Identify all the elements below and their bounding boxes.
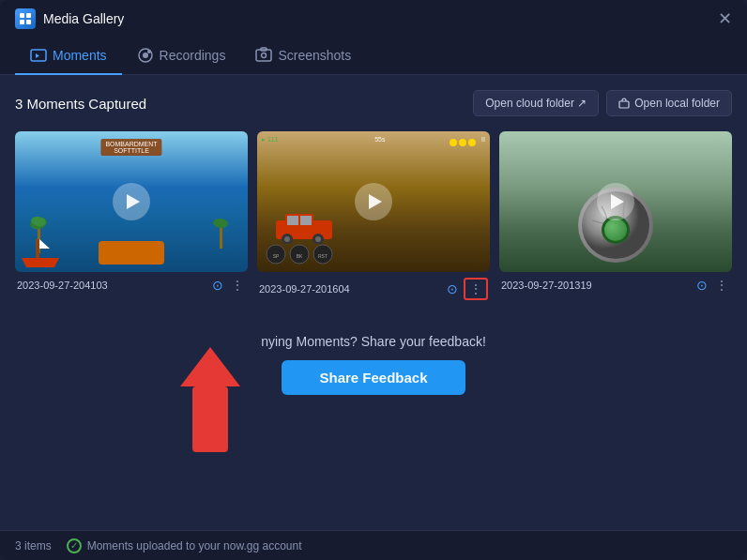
svg-rect-15: [220, 225, 222, 249]
thumb-date-2: 2023-09-27-201604: [259, 283, 350, 295]
content-header: 3 Moments Captured Open cloud folder ↗ O…: [15, 90, 732, 116]
status-upload: ✓ Moments uploaded to your now.gg accoun…: [67, 538, 302, 553]
cloud-icon-3[interactable]: ⊙: [696, 278, 708, 293]
feedback-text: nying Moments? Share your feedback!: [261, 334, 486, 349]
thumbnail-item-1: BOMBARDMENTSOFTTITLE: [15, 131, 248, 306]
svg-point-5: [143, 53, 148, 58]
coins: [450, 139, 476, 146]
thumb-info-1: 2023-09-27-204103 ⊙ ⋮: [15, 272, 248, 298]
svg-rect-11: [619, 101, 629, 108]
app-icon: [15, 8, 36, 29]
svg-text:BK: BK: [297, 253, 303, 259]
more-options-2[interactable]: ⋮: [464, 278, 488, 300]
thumb-actions-2: ⊙ ⋮: [447, 278, 488, 300]
feedback-section: nying Moments? Share your feedback! Shar…: [15, 334, 732, 395]
game-title-board: BOMBARDMENTSOFTTITLE: [100, 139, 161, 156]
tab-screenshots[interactable]: Screenshots: [240, 38, 366, 75]
cloud-icon-1[interactable]: ⊙: [212, 278, 223, 293]
open-cloud-button[interactable]: Open cloud folder ↗: [473, 90, 599, 116]
share-feedback-button[interactable]: Share Feedback: [282, 360, 465, 395]
cloud-icon-2[interactable]: ⊙: [447, 281, 458, 296]
more-options-3[interactable]: ⋮: [713, 278, 730, 293]
thumbnail-item-2: ▸ 111 55s II: [257, 131, 490, 306]
svg-rect-20: [287, 216, 298, 225]
close-button[interactable]: ✕: [718, 10, 732, 27]
title-left: Media Gallery: [15, 8, 124, 29]
content-area: 3 Moments Captured Open cloud folder ↗ O…: [0, 75, 747, 530]
svg-rect-0: [20, 13, 24, 18]
svg-point-9: [262, 53, 267, 58]
tabs-bar: Moments Recordings Screenshots: [0, 38, 747, 75]
thumb-info-2: 2023-09-27-201604 ⊙ ⋮: [257, 272, 490, 306]
window-title: Media Gallery: [43, 11, 124, 26]
svg-point-16: [213, 218, 229, 228]
svg-rect-3: [26, 20, 31, 24]
thumbnail-item-3: 2023-09-27-201319 ⊙ ⋮: [499, 131, 732, 306]
play-button-2[interactable]: [355, 183, 392, 220]
items-count-label: 3 Moments Captured: [15, 96, 146, 112]
play-button-3[interactable]: [597, 183, 634, 220]
thumb-info-3: 2023-09-27-201319 ⊙ ⋮: [499, 272, 732, 298]
check-icon: ✓: [67, 538, 82, 553]
status-items-count: 3 items: [15, 539, 52, 552]
thumbnail-1[interactable]: BOMBARDMENTSOFTTITLE: [15, 131, 248, 272]
open-local-button[interactable]: Open local folder: [606, 90, 732, 116]
title-bar: Media Gallery ✕: [0, 0, 747, 38]
upload-status-text: Moments uploaded to your now.gg account: [87, 539, 302, 552]
svg-text:RST: RST: [318, 253, 328, 259]
tab-recordings[interactable]: Recordings: [122, 38, 241, 75]
tab-moments[interactable]: Moments: [15, 38, 122, 75]
play-button-1[interactable]: [113, 183, 150, 220]
thumbnail-2[interactable]: ▸ 111 55s II: [257, 131, 490, 272]
thumb-date-3: 2023-09-27-201319: [501, 280, 592, 291]
thumbnail-3[interactable]: [499, 131, 732, 272]
svg-rect-1: [26, 13, 31, 18]
svg-text:SP: SP: [273, 253, 280, 259]
thumb-date-1: 2023-09-27-204103: [17, 280, 108, 291]
header-buttons: Open cloud folder ↗ Open local folder: [473, 90, 732, 116]
more-options-1[interactable]: ⋮: [229, 278, 246, 293]
svg-point-7: [147, 50, 151, 53]
svg-rect-17: [36, 239, 39, 258]
thumbnails-row: BOMBARDMENTSOFTTITLE: [15, 131, 732, 306]
svg-rect-8: [256, 50, 271, 61]
svg-rect-2: [20, 20, 24, 24]
thumb-actions-3: ⊙ ⋮: [696, 278, 730, 293]
app-window: Media Gallery ✕ Moments Recordings: [0, 0, 747, 560]
status-bar: 3 items ✓ Moments uploaded to your now.g…: [0, 530, 747, 560]
thumb-actions-1: ⊙ ⋮: [212, 278, 246, 293]
svg-rect-21: [300, 216, 312, 225]
